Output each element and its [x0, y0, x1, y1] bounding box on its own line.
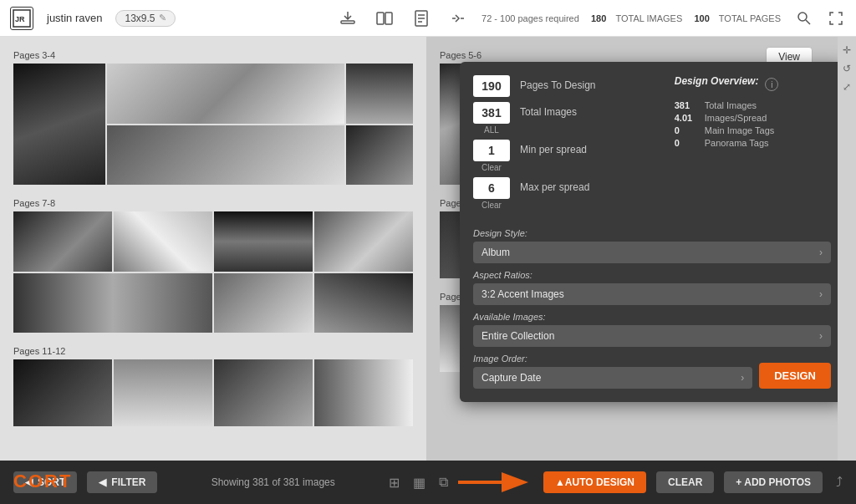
image-order-select[interactable]: Capture Date › — [473, 367, 752, 389]
total-images-label: Total Images — [520, 102, 661, 118]
spread-photo — [346, 125, 413, 186]
edit-icon: ✎ — [159, 13, 166, 23]
right-rail: ✛ ↺ ⤢ — [838, 37, 856, 461]
bottom-bar: ◀ SORT ◀ FILTER Showing 381 of 381 image… — [0, 461, 856, 504]
spread-photo — [214, 359, 313, 426]
max-clear-link[interactable]: Clear — [473, 201, 510, 210]
toolbar-icons — [338, 8, 468, 28]
layout-icon[interactable] — [374, 8, 395, 28]
max-spread-input[interactable] — [473, 177, 510, 199]
arrow-svg — [458, 471, 533, 494]
filter-button[interactable]: ◀ FILTER — [87, 471, 157, 493]
ov-pt-val: 0 — [675, 138, 700, 148]
size-badge[interactable]: 13x9.5 ✎ — [115, 10, 175, 27]
spread-3-4: Pages 3-4 — [13, 50, 413, 185]
min-spread-input[interactable] — [473, 140, 510, 161]
spread-photo — [13, 211, 112, 272]
aspect-ratios-select[interactable]: 3:2 Accent Images › — [473, 283, 831, 305]
app-logo: JR — [10, 7, 33, 30]
design-button[interactable]: DESIGN — [759, 363, 831, 389]
ov-mit-label: Main Image Tags — [705, 125, 775, 135]
ov-pt-label: Panorama Tags — [705, 138, 769, 148]
spread-photo — [214, 273, 313, 333]
main-area: Pages 3-4 Pages 7-8 — [0, 37, 856, 461]
design-style-label: Design Style: — [473, 228, 831, 238]
available-images-row: Available Images: Entire Collection › — [473, 312, 831, 347]
spread-photo — [13, 359, 112, 426]
filter-chevron-icon: ◀ — [99, 476, 106, 488]
rail-refresh-icon[interactable]: ↺ — [840, 62, 853, 75]
pages-to-design-input[interactable] — [473, 75, 510, 97]
search-icon[interactable] — [794, 8, 814, 28]
grid-icon[interactable]: ⊞ — [389, 475, 400, 491]
clear-button[interactable]: CLEAR — [656, 471, 714, 493]
ov-ips-val: 4.01 — [675, 113, 700, 123]
spread-photo — [214, 211, 313, 272]
chevron-down-icon: › — [819, 247, 823, 258]
design-overview-title: Design Overview: — [675, 75, 759, 87]
design-overview: Design Overview: i 381 Total Images 4.01… — [675, 75, 831, 218]
pages-to-design-label: Pages To Design — [520, 75, 661, 91]
chevron-down-icon: › — [819, 330, 823, 342]
aspect-ratios-row: Aspect Ratios: 3:2 Accent Images › — [473, 270, 831, 305]
svg-point-9 — [798, 13, 807, 21]
bottom-icons: ⊞ ▦ ⧉ — [389, 475, 448, 491]
spread-photo — [314, 211, 413, 272]
spread-photo — [346, 64, 413, 124]
min-spread-label: Min per spread — [520, 140, 661, 155]
toolbar-stats: 72 - 100 pages required 180 TOTAL IMAGES… — [482, 13, 781, 23]
max-spread-label: Max per spread — [520, 177, 661, 193]
chevron-down-icon: › — [819, 288, 823, 300]
spread-photo — [114, 359, 212, 426]
rail-move-icon[interactable]: ✛ — [840, 43, 853, 57]
spread-label-3-4: Pages 3-4 — [13, 50, 413, 60]
chevron-down-icon: › — [741, 372, 744, 384]
arrow-container — [458, 471, 533, 494]
mosaic-icon[interactable]: ▦ — [413, 475, 425, 491]
spread-photo — [114, 211, 212, 272]
design-style-select[interactable]: Album › — [473, 242, 831, 263]
design-popup: Pages To Design ALL Total Images Clear — [460, 62, 838, 402]
svg-line-10 — [806, 20, 810, 24]
spread-photo — [314, 359, 413, 426]
user-name: justin raven — [47, 12, 102, 24]
spread-photo — [13, 64, 105, 185]
showing-status: Showing 381 of 381 images — [167, 476, 379, 488]
spread-label-11-12: Pages 11-12 — [13, 346, 413, 356]
total-images-sub: ALL — [473, 125, 510, 135]
info-icon[interactable]: i — [765, 78, 778, 91]
rail-expand-icon[interactable]: ⤢ — [840, 80, 853, 94]
spread-photo — [13, 273, 212, 333]
ov-images-label: Total Images — [705, 100, 757, 110]
toolbar: JR justin raven 13x9.5 ✎ 72 - 100 pages … — [0, 0, 856, 37]
toolbar-right-icons — [794, 8, 846, 28]
spread-label-7-8: Pages 7-8 — [13, 198, 413, 208]
total-images-input[interactable] — [473, 102, 510, 124]
ov-mit-val: 0 — [675, 125, 700, 135]
ov-ips-label: Images/Spread — [705, 113, 767, 123]
svg-rect-4 — [385, 13, 392, 24]
add-photos-button[interactable]: + ADD PHOTOS — [724, 471, 823, 493]
cort-label: CORT — [13, 471, 72, 492]
image-order-label: Image Order: — [473, 354, 752, 364]
spread-photo — [107, 125, 344, 186]
spread-photo — [314, 273, 413, 333]
spread-11-12: Pages 11-12 — [13, 346, 413, 426]
expand-icon[interactable] — [826, 8, 846, 28]
design-style-row: Design Style: Album › — [473, 228, 831, 263]
spread-7-8: Pages 7-8 — [13, 198, 413, 333]
pages-icon[interactable] — [411, 8, 431, 28]
share-icon[interactable]: ⤴ — [836, 475, 843, 490]
right-panel: View Pages 5-6 Pages 9- Pages 13 — [426, 37, 838, 461]
available-images-select[interactable]: Entire Collection › — [473, 325, 831, 347]
flow-icon[interactable] — [448, 8, 468, 28]
svg-rect-2 — [341, 21, 354, 23]
auto-design-button[interactable]: ▲AUTO DESIGN — [543, 471, 646, 493]
spread-photo — [107, 64, 344, 124]
available-images-label: Available Images: — [473, 312, 831, 322]
aspect-ratios-label: Aspect Ratios: — [473, 270, 831, 280]
layers-icon[interactable]: ⧉ — [439, 475, 448, 490]
left-panel: Pages 3-4 Pages 7-8 — [0, 37, 426, 461]
min-clear-link[interactable]: Clear — [473, 163, 510, 172]
import-icon[interactable] — [338, 8, 358, 28]
